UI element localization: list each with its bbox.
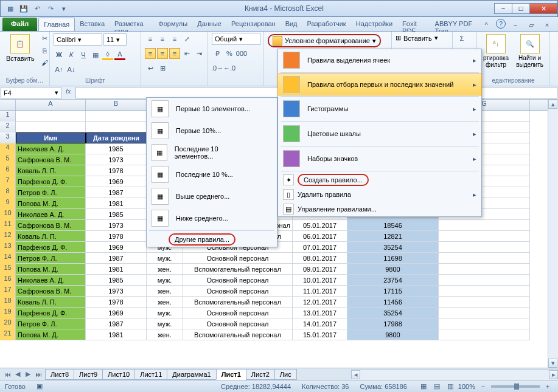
macro-record-icon[interactable]: ▣ [37, 382, 43, 390]
align-left-icon[interactable]: ≡ [145, 48, 156, 59]
cell[interactable]: 1987 [86, 187, 147, 198]
save-icon[interactable]: 💾 [18, 2, 30, 15]
cell[interactable] [86, 111, 147, 122]
ribbon-tab-3[interactable]: Формулы [153, 18, 192, 31]
align-right-icon[interactable]: ≡ [169, 48, 180, 59]
cell[interactable] [16, 111, 86, 122]
insert-cells-button[interactable]: ⊞ Вставить▾ [396, 34, 438, 42]
decrease-font-icon[interactable]: A↓ [66, 64, 77, 75]
find-select-button[interactable]: 🔍 Найти и выделить [514, 33, 546, 69]
cell[interactable]: Вспомогательный персонал [183, 329, 293, 340]
cell[interactable]: 05.01.2017 [293, 220, 347, 231]
cell[interactable]: Попова М. Д. [16, 329, 86, 340]
cell[interactable]: Николаев А. Д. [16, 209, 86, 220]
file-tab[interactable]: Файл [2, 18, 37, 31]
cf-menu-item[interactable]: Цветовые шкалы▸ [278, 123, 481, 145]
cell[interactable]: жен. [147, 297, 183, 308]
cell[interactable]: Сафронова В. М. [16, 154, 86, 165]
row-header[interactable]: 7 [0, 176, 16, 187]
cell[interactable]: Коваль Л. П. [16, 165, 86, 176]
sheet-tab[interactable]: Лист2 [246, 369, 275, 380]
scroll-left-icon[interactable]: ◂ [351, 370, 360, 379]
cell[interactable]: 1981 [86, 198, 147, 209]
cell[interactable]: 1973 [86, 286, 147, 297]
qat-more-icon[interactable]: ▾ [58, 2, 70, 15]
sort-filter-button[interactable]: ᴬ↓ ртировка фильтр [481, 33, 511, 69]
font-color-icon[interactable]: A [114, 49, 125, 60]
ribbon-tab-10[interactable]: ABBYY PDF Tran [430, 18, 480, 31]
sheet-tab[interactable]: Лист11 [134, 369, 167, 380]
cell[interactable]: жен. [147, 264, 183, 275]
align-top-icon[interactable]: ≡ [145, 33, 156, 44]
cell[interactable]: Попова М. Д. [16, 198, 86, 209]
cell[interactable]: Вспомогательный персонал [183, 264, 293, 275]
row-header[interactable]: 1 [0, 111, 16, 122]
cell[interactable]: Коваль Л. П. [16, 231, 86, 242]
row-header[interactable]: 3 [0, 132, 16, 143]
cell[interactable]: Парфенов Д. Ф. [16, 176, 86, 187]
cell[interactable]: Петров Ф. Л. [16, 187, 86, 198]
align-center-icon[interactable]: ≡ [157, 48, 168, 59]
cell[interactable]: 1985 [86, 275, 147, 286]
redo-icon[interactable]: ↷ [44, 2, 57, 15]
select-all-corner[interactable] [0, 100, 16, 110]
cell[interactable]: 1981 [86, 329, 147, 340]
cell[interactable]: 1981 [86, 264, 147, 275]
top-bottom-item[interactable]: ▦Первые 10%... [147, 120, 277, 142]
name-box[interactable]: F4▾ [1, 87, 61, 98]
row-header[interactable]: 15 [0, 264, 16, 275]
cell[interactable]: Основной персонал [183, 318, 293, 329]
cell[interactable]: Основной персонал [183, 275, 293, 286]
increase-decimal-icon[interactable]: .0→ [212, 63, 223, 74]
row-header[interactable]: 17 [0, 286, 16, 297]
cell[interactable]: муж. [147, 253, 183, 264]
row-header[interactable]: 13 [0, 242, 16, 253]
sheet-tab[interactable]: Лист10 [102, 369, 135, 380]
window-min-icon[interactable]: − [509, 19, 521, 31]
row-header[interactable]: 14 [0, 253, 16, 264]
align-middle-icon[interactable]: ≡ [157, 33, 168, 44]
vertical-scrollbar[interactable]: ▴ ▾ [548, 100, 558, 368]
cell[interactable]: Сафронова В. М. [16, 220, 86, 231]
cell[interactable]: Парфенов Д. Ф. [16, 308, 86, 318]
row-header[interactable]: 18 [0, 297, 16, 308]
fill-color-icon[interactable]: ◊ [102, 49, 113, 60]
row-header[interactable]: 12 [0, 231, 16, 242]
cell[interactable]: 1978 [86, 297, 147, 308]
minimize-button[interactable]: − [494, 3, 512, 14]
top-bottom-item[interactable]: ▦Последние 10 элементов... [147, 142, 277, 163]
excel-icon[interactable]: ▦ [4, 2, 16, 15]
cell[interactable] [439, 275, 530, 286]
cell[interactable]: жен. [147, 329, 183, 340]
cell[interactable]: 1985 [86, 143, 147, 154]
cell[interactable] [439, 318, 530, 329]
sheet-tab[interactable]: Лис [274, 369, 297, 380]
cf-menu-item[interactable]: Наборы значков▸ [278, 148, 481, 170]
sheet-tab[interactable]: Лист8 [45, 369, 74, 380]
window-restore-icon[interactable]: ▱ [525, 19, 537, 31]
scroll-right-icon[interactable]: ▸ [549, 370, 558, 379]
zoom-out-icon[interactable]: − [478, 381, 489, 392]
cell[interactable]: 1978 [86, 165, 147, 176]
cell[interactable] [439, 231, 530, 242]
sheet-tab[interactable]: Лист9 [74, 369, 103, 380]
cell[interactable] [439, 308, 530, 318]
cell[interactable]: 06.01.2017 [293, 231, 347, 242]
increase-font-icon[interactable]: A↑ [54, 64, 65, 75]
cell[interactable]: Основной персонал [183, 308, 293, 318]
cut-icon[interactable]: ✂ [40, 33, 51, 44]
copy-icon[interactable]: ⎘ [40, 45, 51, 56]
cell[interactable]: муж. [147, 318, 183, 329]
ribbon-tab-7[interactable]: Разработчик [302, 18, 351, 31]
cell[interactable]: Петров Ф. Л. [16, 253, 86, 264]
cell[interactable]: 14.01.2017 [293, 318, 347, 329]
cell[interactable]: Николаев А. Д. [16, 275, 86, 286]
row-header[interactable]: 8 [0, 187, 16, 198]
new-rule-item[interactable]: ✦Создать правило... [278, 173, 481, 187]
zoom-level[interactable]: 100% [458, 383, 475, 390]
cell[interactable] [439, 242, 530, 253]
cell[interactable]: 1969 [86, 176, 147, 187]
top-bottom-item[interactable]: ▦Последние 10 %... [147, 163, 277, 185]
cell[interactable]: 11.01.2017 [293, 286, 347, 297]
format-painter-icon[interactable]: 🖌 [40, 57, 51, 68]
